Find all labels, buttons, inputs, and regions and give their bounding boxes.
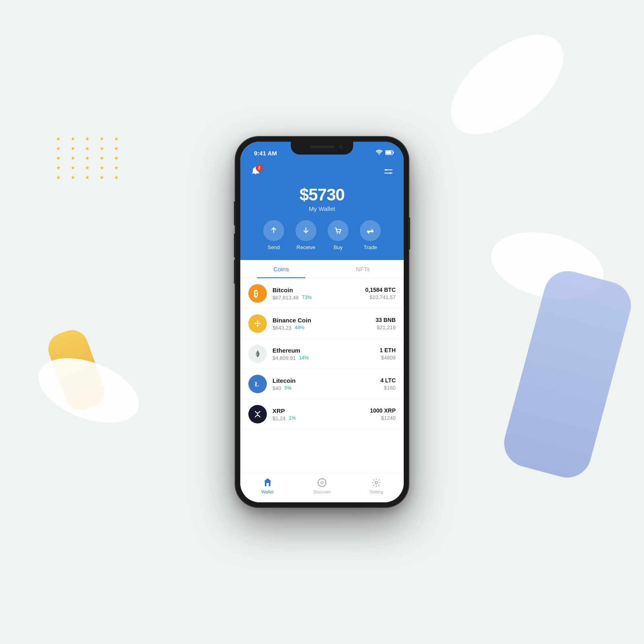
coin-item-eth[interactable]: Ethereum $4,809,91 14% 1 ETH $4809 [240, 339, 404, 369]
coin-list: ₿ Bitcoin $67,813,48 73% 0,1584 BTC $10,… [240, 279, 404, 473]
send-label: Send [268, 244, 280, 250]
notch-camera [339, 145, 343, 149]
notification-badge: 2 [256, 164, 263, 171]
setting-nav-icon [371, 477, 382, 488]
eth-value: $4809 [380, 355, 396, 361]
bnb-icon [248, 314, 267, 333]
eth-icon [248, 345, 267, 363]
balance-section: $5730 My Wallet [248, 185, 396, 212]
eth-holdings: 1 ETH $4809 [380, 347, 396, 361]
phone-shell: 9:41 AM [235, 137, 409, 507]
send-icon-circle [263, 220, 284, 241]
ltc-value: $160 [380, 385, 396, 391]
btc-value: $10,741,57 [365, 294, 396, 300]
svg-rect-2 [393, 152, 394, 154]
header-top: 2 [248, 164, 396, 179]
xrp-name: XRP [272, 407, 370, 414]
bnb-holdings: 33 BNB $21,219 [376, 317, 396, 330]
tabs-section: Coins NFTs [240, 260, 404, 279]
xrp-holdings: 1000 XRP $1240 [370, 407, 396, 421]
btc-price: $67,813,48 [272, 295, 299, 301]
discover-nav-icon [317, 477, 327, 488]
btc-price-row: $67,813,48 73% [272, 295, 365, 301]
svg-point-0 [379, 154, 380, 155]
decorative-dots [56, 137, 123, 180]
setting-nav-label: Setting [369, 489, 383, 494]
ltc-name: Litecoin [272, 377, 380, 384]
filter-button[interactable] [381, 164, 396, 179]
ltc-holdings: 4 LTC $160 [380, 377, 396, 391]
svg-point-25 [321, 481, 323, 484]
discover-nav-label: Discover [314, 489, 331, 494]
receive-icon-circle [295, 220, 316, 241]
decorative-ribbon-white-top [445, 14, 570, 155]
ltc-amount: 4 LTC [380, 377, 396, 384]
battery-icon [385, 149, 394, 157]
coin-item-bnb[interactable]: Binance Coin $643,23 44% 33 BNB $21,219 [240, 309, 404, 339]
xrp-amount: 1000 XRP [370, 407, 396, 414]
xrp-info: XRP $1,24 1% [272, 407, 370, 421]
btc-holdings: 0,1584 BTC $10,741,57 [365, 287, 396, 300]
trade-icon-circle [360, 220, 381, 241]
ltc-info: Litecoin $40 5% [272, 377, 380, 391]
wallet-nav-icon [262, 477, 273, 488]
bottom-nav: Wallet Discover [240, 473, 404, 502]
status-time: 9:41 AM [254, 150, 277, 157]
svg-text:₿: ₿ [254, 289, 258, 299]
xrp-value: $1240 [370, 415, 396, 421]
balance-amount: $5730 [248, 185, 396, 204]
action-buttons: Send Receive [248, 220, 396, 250]
buy-icon-circle [328, 220, 349, 241]
nav-setting[interactable]: Setting [349, 477, 404, 494]
ltc-change: 5% [285, 385, 291, 391]
bnb-name: Binance Coin [272, 317, 376, 324]
xrp-price-row: $1,24 1% [272, 415, 370, 421]
eth-change: 14% [299, 355, 309, 361]
btc-name: Bitcoin [272, 287, 365, 293]
phone-screen: 9:41 AM [240, 142, 404, 502]
svg-point-30 [375, 481, 378, 484]
wifi-icon [376, 149, 383, 157]
receive-label: Receive [297, 244, 316, 250]
tab-coins[interactable]: Coins [240, 260, 322, 278]
ltc-price: $40 [272, 385, 281, 391]
receive-button[interactable]: Receive [295, 220, 316, 250]
btc-info: Bitcoin $67,813,48 73% [272, 287, 365, 301]
svg-point-12 [337, 233, 338, 234]
eth-amount: 1 ETH [380, 347, 396, 353]
eth-info: Ethereum $4,809,91 14% [272, 347, 380, 361]
balance-label: My Wallet [248, 205, 396, 212]
eth-price: $4,809,91 [272, 355, 296, 361]
coin-item-xrp[interactable]: XRP $1,24 1% 1000 XRP $1240 [240, 399, 404, 429]
trade-button[interactable]: Trade [360, 220, 381, 250]
header: 2 $5730 My Wallet [240, 161, 404, 260]
coin-item-ltc[interactable]: Ł Litecoin $40 5% 4 LTC $160 [240, 369, 404, 399]
ltc-icon: Ł [248, 375, 267, 393]
svg-text:Ł: Ł [255, 381, 259, 388]
buy-button[interactable]: Buy [328, 220, 349, 250]
status-icons [376, 149, 394, 157]
btc-change: 73% [302, 295, 312, 300]
nav-wallet[interactable]: Wallet [240, 477, 295, 494]
xrp-change: 1% [289, 415, 296, 421]
notch-speaker [310, 146, 334, 148]
bnb-info: Binance Coin $643,23 44% [272, 317, 376, 331]
eth-price-row: $4,809,91 14% [272, 355, 380, 361]
bnb-value: $21,219 [376, 324, 396, 330]
btc-amount: 0,1584 BTC [365, 287, 396, 293]
btc-icon: ₿ [248, 284, 267, 303]
tab-nfts[interactable]: NFTs [322, 260, 404, 278]
bnb-change: 44% [295, 325, 304, 330]
svg-point-13 [339, 233, 341, 234]
svg-point-7 [390, 172, 391, 174]
svg-rect-3 [386, 151, 392, 154]
send-button[interactable]: Send [263, 220, 284, 250]
bnb-amount: 33 BNB [376, 317, 396, 323]
coin-item-btc[interactable]: ₿ Bitcoin $67,813,48 73% 0,1584 BTC $10,… [240, 279, 404, 309]
notification-button[interactable]: 2 [248, 164, 263, 179]
bnb-price: $643,23 [272, 325, 291, 331]
xrp-price: $1,24 [272, 415, 286, 421]
decorative-ribbon-blue [499, 266, 636, 483]
nav-discover[interactable]: Discover [295, 477, 349, 494]
wallet-nav-label: Wallet [262, 489, 274, 494]
